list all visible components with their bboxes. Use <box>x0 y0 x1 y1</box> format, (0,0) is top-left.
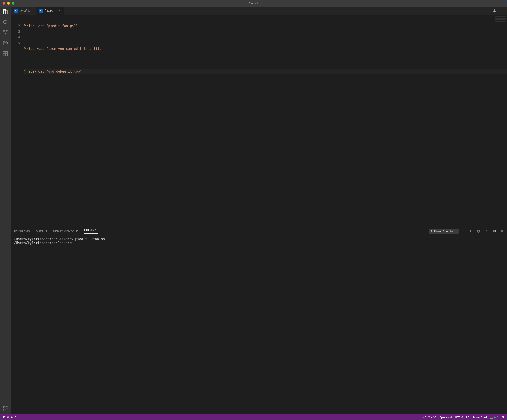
warning-icon <box>10 416 13 419</box>
tab-untitled-1[interactable]: Untitled-1 <box>11 7 36 15</box>
editor-actions <box>490 7 507 15</box>
tab-label: foo.ps1 <box>45 9 55 13</box>
tab-problems[interactable]: PROBLEMS <box>14 230 30 233</box>
panel-actions <box>469 229 504 233</box>
line-number: 1 <box>11 17 20 23</box>
svg-point-29 <box>501 416 504 418</box>
svg-point-30 <box>502 416 503 417</box>
error-icon <box>3 416 6 419</box>
feedback-smiley-icon[interactable] <box>501 415 504 419</box>
svg-point-31 <box>503 416 504 417</box>
line-number: 4 <box>11 34 20 40</box>
svg-line-9 <box>6 43 7 43</box>
svg-rect-10 <box>3 51 5 53</box>
token-command: Write-Host <box>24 24 44 28</box>
bottom-panel: PROBLEMS OUTPUT DEBUG CONSOLE TERMINAL 1… <box>11 227 507 414</box>
panel-tabs: PROBLEMS OUTPUT DEBUG CONSOLE TERMINAL 1… <box>11 227 507 236</box>
svg-line-8 <box>4 43 5 43</box>
token-command: Write-Host <box>24 69 44 73</box>
code-area[interactable]: Write-Host "psedit foo.ps1" Write-Host "… <box>24 15 507 227</box>
search-icon[interactable] <box>3 19 8 25</box>
split-editor-icon[interactable] <box>493 8 497 13</box>
svg-point-0 <box>3 20 7 23</box>
dropdown-arrows-icon <box>455 230 457 233</box>
titlebar: foo.ps1 <box>0 0 507 7</box>
text-editor[interactable]: 1 2 3 4 5 Write-Host "psedit foo.ps1" Wr… <box>11 15 507 227</box>
powershell-file-icon <box>14 9 18 13</box>
collapse-panel-icon[interactable] <box>485 229 488 233</box>
terminal-line: /Users/tylerleonhardt/Desktop> psedit ./… <box>14 237 107 241</box>
token-string: "then you can edit this file" <box>46 47 104 51</box>
token-command: Write-Host <box>24 47 44 51</box>
svg-point-17 <box>500 10 501 10</box>
source-control-icon[interactable] <box>3 30 8 35</box>
svg-line-1 <box>6 23 7 24</box>
debug-icon[interactable] <box>3 40 8 46</box>
svg-point-14 <box>5 408 6 409</box>
explorer-icon[interactable] <box>3 9 8 14</box>
extensions-icon[interactable] <box>3 51 8 56</box>
token-string: "and debug it too" <box>46 69 82 73</box>
powershell-file-icon <box>39 9 43 13</box>
maximize-panel-icon[interactable] <box>493 229 496 233</box>
svg-point-18 <box>502 10 502 10</box>
vscode-window: foo.ps1 <box>0 0 507 420</box>
close-tab-icon[interactable]: × <box>58 9 60 13</box>
svg-rect-11 <box>3 54 5 56</box>
warning-count: 0 <box>15 416 16 419</box>
terminal-selector[interactable]: 1: PowerShell Int <box>429 229 459 234</box>
window-title: foo.ps1 <box>0 2 507 5</box>
workbench: Untitled-1 foo.ps1 × <box>0 7 507 414</box>
powershell-terminal-icon: ›_ <box>490 416 493 419</box>
status-powershell-version[interactable]: ›_ 6.0 <box>490 416 498 419</box>
tab-output[interactable]: OUTPUT <box>36 230 48 233</box>
svg-point-4 <box>5 34 6 35</box>
more-actions-icon[interactable] <box>500 8 504 13</box>
close-panel-icon[interactable] <box>500 229 504 233</box>
line-number: 3 <box>11 29 20 34</box>
svg-point-19 <box>503 10 504 10</box>
minimap[interactable] <box>495 16 506 22</box>
tab-foo-ps1[interactable]: foo.ps1 × <box>36 7 64 15</box>
tab-terminal[interactable]: TERMINAL <box>84 229 98 234</box>
status-encoding[interactable]: UTF-8 <box>455 416 463 419</box>
line-number: 2 <box>11 23 20 29</box>
line-number: 5 <box>11 40 20 46</box>
terminal-selector-label: 1: PowerShell Int <box>431 230 454 233</box>
token-string: "psedit foo.ps1" <box>46 24 78 28</box>
svg-point-3 <box>6 30 7 31</box>
new-terminal-icon[interactable] <box>469 229 472 233</box>
editor-group: Untitled-1 foo.ps1 × <box>11 7 507 414</box>
status-indentation[interactable]: Spaces: 4 <box>439 416 452 419</box>
line-number-gutter: 1 2 3 4 5 <box>11 15 24 227</box>
terminal-body[interactable]: /Users/tylerleonhardt/Desktop> psedit ./… <box>11 236 507 414</box>
status-eol[interactable]: LF <box>466 416 469 419</box>
svg-rect-23 <box>493 230 494 232</box>
terminal-cursor <box>76 241 77 245</box>
svg-rect-12 <box>6 54 8 56</box>
kill-terminal-icon[interactable] <box>477 229 480 233</box>
svg-point-2 <box>3 30 5 31</box>
status-problems[interactable]: 0 0 <box>3 416 16 419</box>
status-bar: 0 0 Ln 5, Col 30 Spaces: 4 UTF-8 LF Powe… <box>0 414 507 420</box>
svg-rect-13 <box>6 51 8 53</box>
settings-gear-icon[interactable] <box>3 406 8 411</box>
editor-tabs: Untitled-1 foo.ps1 × <box>11 7 507 15</box>
error-count: 0 <box>7 416 9 419</box>
tab-debug-console[interactable]: DEBUG CONSOLE <box>53 230 78 233</box>
status-cursor-position[interactable]: Ln 5, Col 30 <box>421 416 436 419</box>
terminal-line: /Users/tylerleonhardt/Desktop> <box>14 241 75 245</box>
tab-label: Untitled-1 <box>20 9 33 13</box>
svg-point-7 <box>5 42 6 42</box>
powershell-version-text: 6.0 <box>494 416 498 419</box>
activity-bar <box>0 7 11 414</box>
text-cursor <box>82 69 82 73</box>
status-language-mode[interactable]: PowerShell <box>472 416 487 419</box>
